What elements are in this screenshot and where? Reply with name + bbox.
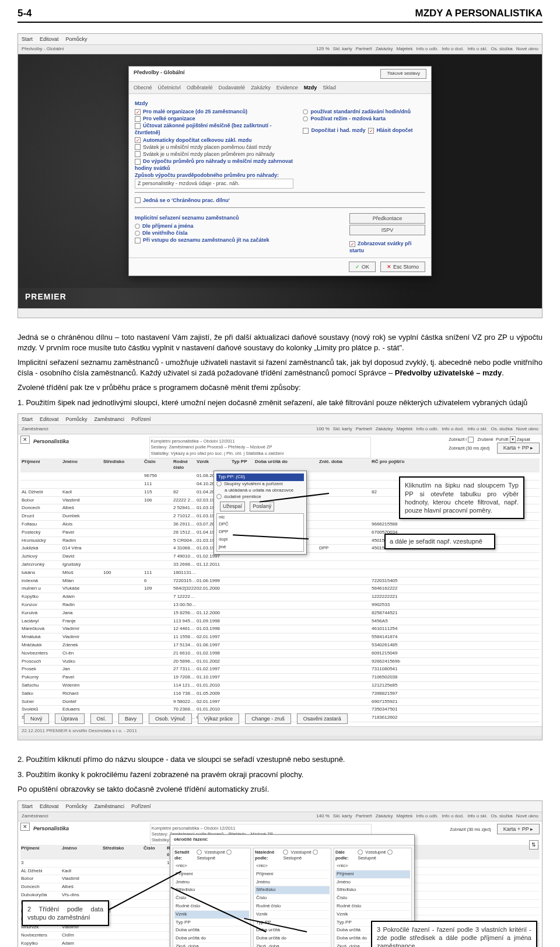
- radio[interactable]: [135, 224, 140, 229]
- radio[interactable]: [358, 849, 363, 855]
- sort-option[interactable]: Číslo: [174, 894, 249, 903]
- toolbar-tab-active[interactable]: Zaměstnanci: [22, 426, 48, 433]
- tool[interactable]: Info o odb.: [416, 813, 439, 820]
- table-row[interactable]: MmálukáVladimír11 155841407402.01.199755…: [20, 633, 540, 642]
- tab[interactable]: Obecné: [134, 84, 152, 91]
- tool[interactable]: Info o skl.: [467, 813, 487, 820]
- checkbox[interactable]: [135, 238, 141, 243]
- sort-option[interactable]: Rodné číslo: [255, 903, 330, 911]
- sort-option[interactable]: Středisko: [255, 886, 330, 894]
- zp-select[interactable]: Z personalistiky - mzdová údaje - prac. …: [135, 179, 293, 188]
- radio[interactable]: [303, 109, 308, 114]
- table-row[interactable]: lukánsMiloš1001111801131331: [20, 569, 540, 577]
- sort-option[interactable]: Číslo: [335, 894, 410, 903]
- sort-option[interactable]: <nic>: [335, 862, 410, 871]
- sort-option[interactable]: Jméno: [335, 879, 410, 887]
- tab-active[interactable]: Mzdy: [304, 84, 317, 91]
- tool[interactable]: Info o dod.: [442, 426, 464, 433]
- sort-option[interactable]: Příjmení: [255, 871, 330, 879]
- tool[interactable]: Os. složka: [491, 426, 512, 433]
- storno-button[interactable]: ✕ Esc Storno: [380, 262, 425, 272]
- advanced-sort-icon[interactable]: ⇅: [529, 840, 538, 849]
- tool[interactable]: Majetek: [397, 426, 413, 433]
- checkbox[interactable]: [303, 128, 309, 134]
- filter-option[interactable]: DPČ: [217, 521, 303, 528]
- tool[interactable]: Os. složka: [491, 46, 512, 53]
- tool[interactable]: Info o dod.: [442, 813, 464, 820]
- bottom-btn[interactable]: Change - zruš: [245, 713, 291, 724]
- menu-item[interactable]: Start: [22, 416, 33, 423]
- tab[interactable]: Účetnictví: [158, 84, 181, 91]
- karta-button[interactable]: Karta + PP ▸: [497, 824, 540, 834]
- table-row[interactable]: MráčáukkZdenek17 51342561 48501.06.19975…: [20, 642, 540, 650]
- checkbox[interactable]: [135, 109, 141, 115]
- bottom-btn[interactable]: Osavěni zastará: [297, 713, 348, 724]
- tool[interactable]: Info o skl.: [467, 426, 487, 433]
- menu-item[interactable]: Editovat: [40, 803, 59, 810]
- tool[interactable]: Info o odb.: [416, 426, 439, 433]
- sort-option[interactable]: Číslo: [255, 894, 330, 903]
- table-row[interactable]: mulnen uVřukáše109584/2j322202.01.200058…: [20, 585, 540, 593]
- menu-item[interactable]: Pomůcky: [66, 416, 88, 423]
- menu-item[interactable]: Zaměstnanci: [94, 803, 125, 810]
- filter-apply-button[interactable]: Užespaí: [220, 502, 245, 511]
- filter-option[interactable]: nic: [217, 514, 303, 521]
- tab[interactable]: Zakázky: [251, 84, 271, 91]
- checkbox[interactable]: [468, 437, 474, 443]
- sort-option[interactable]: Typ PP: [174, 919, 249, 927]
- sort-option[interactable]: <nic>: [174, 862, 249, 871]
- karta-button[interactable]: Karta + PP ▸: [497, 443, 540, 453]
- tool[interactable]: Zakázky: [376, 46, 393, 53]
- sort-option[interactable]: Příjmení: [335, 871, 410, 879]
- sort-option[interactable]: Vznik: [335, 911, 410, 919]
- menu-item[interactable]: Pomůcky: [66, 36, 88, 43]
- tool[interactable]: Info o odb.: [416, 46, 439, 53]
- table-row[interactable]: NovbezntersCi-ěn21 6610958904401.02.1998…: [20, 650, 540, 658]
- table-row[interactable]: KopytkoAdam7 122222222221222222221: [20, 593, 540, 601]
- menu-item[interactable]: Editovat: [40, 36, 59, 43]
- tool[interactable]: Nové okno: [516, 813, 538, 820]
- radio[interactable]: [135, 231, 140, 236]
- checkbox[interactable]: [135, 116, 141, 122]
- table-row[interactable]: JahrzronkýIgruišský33 269821126601.12.20…: [20, 561, 540, 569]
- sort-option[interactable]: Příjmení: [174, 871, 249, 879]
- bottom-btn[interactable]: Úprava: [55, 713, 85, 724]
- checkbox[interactable]: [135, 144, 141, 150]
- checkbox[interactable]: [135, 151, 141, 157]
- menu-item[interactable]: Pořízení: [131, 803, 151, 810]
- table-row[interactable]: SalkoRichard116 7389827 r85101.05.200973…: [20, 690, 540, 698]
- menu-item[interactable]: Start: [22, 803, 33, 810]
- tool[interactable]: Zakázky: [376, 813, 393, 820]
- sort-option[interactable]: Zkuš. doba: [174, 943, 249, 947]
- toolbar-tab-active[interactable]: Zaměstnanci: [22, 813, 48, 820]
- menu-item[interactable]: Zaměstnanci: [94, 416, 125, 423]
- sort-option[interactable]: <nic>: [255, 862, 330, 871]
- toolbar-tab-active[interactable]: Předvolby - Globální: [22, 46, 64, 53]
- table-row[interactable]: indexnáMilan6722031540501.06.19997220315…: [20, 577, 540, 586]
- ok-button[interactable]: ✓ OK: [349, 262, 376, 272]
- filter-option[interactable]: jiné: [217, 544, 303, 551]
- tab[interactable]: Evidence: [276, 84, 298, 91]
- sort-option[interactable]: Vznik: [255, 911, 330, 919]
- table-row[interactable]: ProscuchVuško20 589621960101.01.20029266…: [20, 658, 540, 666]
- radio[interactable]: [226, 849, 232, 855]
- sort-option[interactable]: Zkuš. doba: [255, 943, 330, 947]
- tool[interactable]: Partneři: [356, 813, 372, 820]
- tool[interactable]: Zakázky: [376, 426, 393, 433]
- tool[interactable]: Partneři: [356, 426, 372, 433]
- menu-item[interactable]: Pořízení: [131, 416, 151, 423]
- table-row[interactable]: SvolekůEduaers70 236884797101.01.2010735…: [20, 706, 540, 714]
- sort-option[interactable]: Doba určitá: [174, 927, 249, 935]
- sort-option[interactable]: Jméno: [174, 879, 249, 887]
- sort-option[interactable]: Rodné číslo: [335, 903, 410, 911]
- bottom-btn[interactable]: Osob. Výnuč: [149, 713, 192, 724]
- bottom-btn[interactable]: Výkaz práce: [198, 713, 240, 724]
- radio[interactable]: [216, 481, 222, 486]
- close-icon[interactable]: ✕: [20, 823, 30, 831]
- tool[interactable]: Nové okno: [516, 426, 538, 433]
- radio[interactable]: [303, 116, 308, 121]
- sort-option[interactable]: Doba určitá do: [255, 935, 330, 943]
- checkbox[interactable]: [349, 241, 355, 247]
- tool[interactable]: Majetek: [397, 46, 413, 53]
- sort-option[interactable]: Doba určitá do: [174, 935, 249, 943]
